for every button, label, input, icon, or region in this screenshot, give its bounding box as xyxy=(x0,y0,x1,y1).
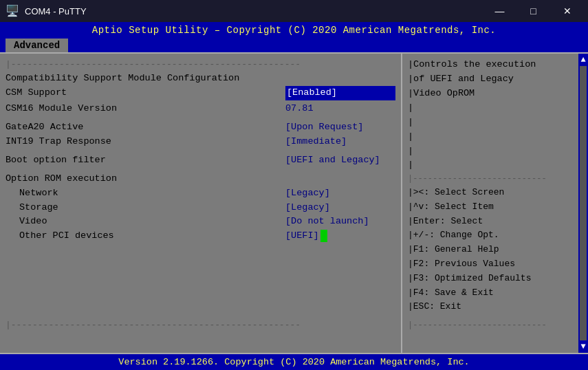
top-divider: |---------------------------------------… xyxy=(6,58,395,72)
bios-header: Aptio Setup Utility – Copyright (C) 2020… xyxy=(0,22,588,39)
other-pci-label: Other PCI devices xyxy=(19,229,285,243)
boot-filter-value[interactable]: [UEFI and Legacy] xyxy=(285,153,395,168)
video-row: Video [Do not launch] xyxy=(6,215,395,229)
title-bar: 🖥️ COM4 - PuTTY — □ ✕ xyxy=(0,0,588,22)
close-button[interactable]: ✕ xyxy=(552,1,582,21)
network-value[interactable]: [Legacy] xyxy=(285,186,395,201)
help-spacer-2: | xyxy=(408,116,582,130)
storage-value[interactable]: [Legacy] xyxy=(285,201,395,215)
bios-footer: Version 2.19.1266. Copyright (C) 2020 Am… xyxy=(0,354,588,370)
int19-label: INT19 Trap Response xyxy=(6,135,285,149)
bios-container: Aptio Setup Utility – Copyright (C) 2020… xyxy=(0,22,588,370)
right-bot-divider: |--------------------------- xyxy=(402,319,588,332)
nav-enter-select: |Enter: Select xyxy=(408,215,582,229)
boot-filter-row: Boot option filter [UEFI and Legacy] xyxy=(6,153,395,168)
bios-main: |---------------------------------------… xyxy=(0,52,588,354)
csm-support-label: CSM Support xyxy=(6,86,285,100)
right-mid-divider: |--------------------------- xyxy=(408,173,582,186)
scrollbar-track xyxy=(580,66,587,340)
nav-esc-exit: |ESC: Exit xyxy=(408,300,582,314)
option-rom-label: Option ROM execution xyxy=(6,172,395,186)
network-row: Network [Legacy] xyxy=(6,186,395,201)
window-title: COM4 - PuTTY xyxy=(25,6,479,17)
nav-f2-previous: |F2: Previous Values xyxy=(408,257,582,272)
bios-header-text: Aptio Setup Utility – Copyright (C) 2020… xyxy=(92,25,497,36)
boot-filter-label: Boot option filter xyxy=(6,153,285,168)
nav-select-item: |^v: Select Item xyxy=(408,200,582,215)
bottom-divider: |---------------------------------------… xyxy=(0,318,402,332)
help-spacer-3: | xyxy=(408,130,582,144)
nav-f3-optimized: |F3: Optimized Defaults xyxy=(408,272,582,286)
video-value[interactable]: [Do not launch] xyxy=(285,215,395,229)
help-text-3: |Video OpROM xyxy=(408,87,582,101)
maximize-button[interactable]: □ xyxy=(518,1,549,21)
help-spacer-1: | xyxy=(408,101,582,116)
storage-row: Storage [Legacy] xyxy=(6,201,395,215)
bios-tabs-bar: Advanced xyxy=(0,39,588,52)
gatea20-row: GateA20 Active [Upon Request] xyxy=(6,120,395,135)
scroll-down-arrow[interactable]: ▼ xyxy=(580,340,585,353)
window-icon: 🖥️ xyxy=(6,4,19,18)
help-spacer-5: | xyxy=(408,158,582,173)
csm-support-value[interactable]: [Enabled] xyxy=(285,86,395,100)
window-controls: — □ ✕ xyxy=(484,1,582,21)
minimize-button[interactable]: — xyxy=(484,1,515,21)
gatea20-label: GateA20 Active xyxy=(6,120,285,135)
nav-f4-save: |F4: Save & Exit xyxy=(408,286,582,301)
bios-right-panel: |Controls the execution |of UEFI and Leg… xyxy=(402,54,588,353)
scroll-up-arrow[interactable]: ▲ xyxy=(580,54,585,66)
bios-footer-text: Version 2.19.1266. Copyright (C) 2020 Am… xyxy=(118,357,469,367)
csm16-label: CSM16 Module Version xyxy=(6,102,285,116)
help-text-2: |of UEFI and Legacy xyxy=(408,72,582,87)
gatea20-value[interactable]: [Upon Request] xyxy=(285,120,395,135)
bios-scrollbar[interactable]: ▲ ▼ xyxy=(578,54,588,353)
cursor xyxy=(320,230,327,242)
help-text-1: |Controls the execution xyxy=(408,58,582,72)
storage-label: Storage xyxy=(19,201,285,215)
section-title: Compatibility Support Module Configurati… xyxy=(6,72,395,86)
csm-support-row: CSM Support [Enabled] xyxy=(6,86,395,100)
csm16-value: 07.81 xyxy=(285,102,395,116)
tab-advanced[interactable]: Advanced xyxy=(6,39,68,52)
other-pci-row: Other PCI devices [UEFI] xyxy=(6,229,395,243)
other-pci-value[interactable]: [UEFI] xyxy=(285,229,395,243)
bios-left-panel: |---------------------------------------… xyxy=(0,54,402,353)
help-spacer-4: | xyxy=(408,144,582,159)
network-label: Network xyxy=(19,186,285,201)
int19-value[interactable]: [Immediate] xyxy=(285,135,395,149)
video-label: Video xyxy=(19,215,285,229)
nav-change-opt: |+/-: Change Opt. xyxy=(408,228,582,243)
nav-f1-help: |F1: General Help xyxy=(408,243,582,257)
int19-row: INT19 Trap Response [Immediate] xyxy=(6,135,395,149)
csm16-row: CSM16 Module Version 07.81 xyxy=(6,102,395,116)
nav-select-screen: |><: Select Screen xyxy=(408,186,582,200)
